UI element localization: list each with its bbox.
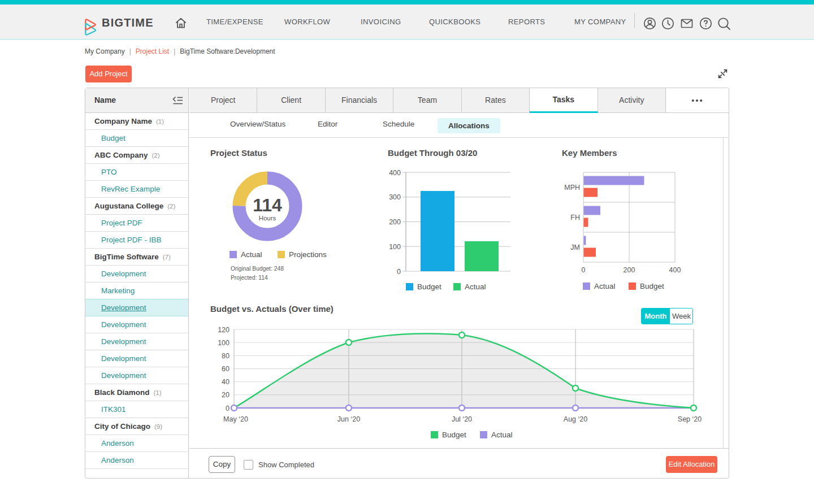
svg-text:400: 400: [389, 169, 401, 177]
svg-text:Hours: Hours: [259, 215, 276, 221]
svg-text:Aug ‘20: Aug ‘20: [564, 415, 587, 423]
svg-text:FH: FH: [570, 214, 580, 221]
svg-text:20: 20: [222, 391, 230, 399]
svg-text:Sep ‘20: Sep ‘20: [678, 415, 702, 423]
svg-text:Jul ‘20: Jul ‘20: [452, 415, 472, 423]
svg-text:40: 40: [222, 378, 230, 386]
svg-text:400: 400: [669, 266, 681, 274]
svg-text:0: 0: [582, 266, 586, 274]
svg-text:MPH: MPH: [564, 184, 580, 192]
svg-text:114: 114: [253, 195, 282, 215]
svg-text:120: 120: [218, 326, 230, 334]
svg-text:Jun ‘20: Jun ‘20: [337, 415, 360, 423]
svg-text:80: 80: [222, 352, 230, 360]
svg-text:JM: JM: [570, 244, 580, 251]
svg-text:200: 200: [624, 266, 635, 274]
svg-text:May ‘20: May ‘20: [223, 415, 248, 423]
svg-text:0: 0: [397, 268, 401, 276]
svg-text:60: 60: [222, 365, 230, 373]
svg-text:0: 0: [226, 405, 230, 412]
svg-text:100: 100: [218, 339, 230, 347]
svg-text:300: 300: [389, 193, 401, 201]
svg-text:100: 100: [389, 243, 401, 251]
svg-text:200: 200: [389, 218, 401, 226]
